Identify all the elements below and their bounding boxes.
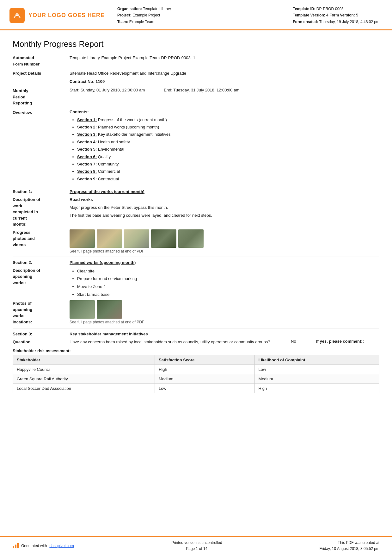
form-created-label: Form created: (293, 20, 318, 24)
divider1 (13, 186, 379, 186)
footer-logo (13, 543, 19, 548)
table-header-row: Stakeholder Satisfaction Score Likelihoo… (13, 355, 379, 365)
overview-label: Overview: (13, 109, 70, 183)
form-created-value: Thursday, 19 July 2018, 4:48:02 pm (319, 20, 379, 24)
meta-right: Template ID: DP-PROD-0003 Template Versi… (293, 6, 379, 25)
footer-print-line2: Page 1 of 14 (186, 546, 207, 551)
section2-text: Planned works (upcoming month) (97, 125, 159, 129)
org-value: Template Library (143, 7, 171, 11)
period-row: MonthlyPeriodReporting Start: Sunday, 01… (13, 88, 379, 106)
section9-link[interactable]: Section 9: (77, 177, 97, 181)
stakeholder-header: Stakeholder risk assessment: (13, 348, 379, 353)
section3-title: Key stakeholder management initiatives (70, 332, 379, 336)
project-details-label: Project Details (13, 70, 70, 84)
footer-print-line1: Printed version is uncontrolled (171, 540, 222, 545)
contract-no-value: 1109 (95, 79, 105, 84)
col-stakeholder: Stakeholder (13, 355, 155, 365)
section1-link[interactable]: Section 1: (77, 117, 97, 122)
section4-text: Health and safety (97, 140, 130, 144)
list-item: Section 9: Contractual (77, 175, 379, 183)
contract-no-label: Contract No: (70, 79, 95, 84)
progress-photos-row: Progressphotos andvideos See full page p… (13, 229, 379, 253)
project-details-area: Sitemate Head Office Redevelopment and I… (70, 70, 379, 84)
template-id-label: Template ID: (293, 7, 315, 11)
section7-link[interactable]: Section 7: (77, 162, 97, 166)
page: YOUR LOGO GOES HERE Organisation: Templa… (0, 0, 392, 555)
footer: Generated with dashpivot.com Printed ver… (0, 536, 392, 555)
footer-bars-icon (13, 543, 19, 548)
section5-link[interactable]: Section 5: (77, 147, 97, 152)
stakeholder-name-1: Happyville Council (13, 365, 155, 374)
photo-thumb-5 (178, 229, 204, 248)
likelihood-1: Low (254, 365, 379, 374)
logo-svg (12, 10, 22, 21)
progress-photos-label: Progressphotos andvideos (13, 229, 70, 253)
project-label: Project: (117, 13, 132, 17)
section3-text: Key stakeholder management initiatives (97, 132, 170, 137)
section5-text: Environmental (97, 147, 124, 152)
section1-text: Progress of the works (current month) (97, 117, 167, 122)
footer-center: Printed version is uncontrolled Page 1 o… (171, 540, 222, 552)
progress-photos-value: See full page photos attached at end of … (70, 229, 379, 253)
automated-form-row: AutomatedForm Number Template Library-Ex… (13, 55, 379, 67)
footer-link[interactable]: dashpivot.com (49, 544, 74, 548)
section3-link[interactable]: Section 3: (77, 132, 97, 137)
list-item: Section 8: Commercial (77, 168, 379, 175)
contents-title: Contents: (70, 109, 379, 114)
question-row: Question Have any concerns been raised b… (13, 339, 379, 345)
work-desc-label: Description ofworkcompleted incurrentmon… (13, 196, 70, 228)
section3-label: Section 3: (13, 332, 70, 336)
section9-text: Contractual (97, 177, 119, 181)
question-label: Question (13, 339, 70, 345)
bar2 (15, 545, 16, 548)
logo-text: YOUR LOGO GOES HERE (28, 12, 105, 19)
section2-row: Section 2: Planned works (upcoming month… (13, 260, 379, 265)
upcoming-item-4: Start tarmac base (77, 292, 110, 297)
team-value: Example Team (129, 20, 154, 24)
footer-pdf-line1: This PDF was created at (338, 540, 379, 545)
upcoming-photos-label: Photos ofupcomingworkslocations: (13, 300, 70, 325)
divider2 (13, 257, 379, 257)
period-start: Start: Sunday, 01 July 2018, 12:00:00 am (70, 88, 145, 106)
satisfaction-1: High (155, 365, 255, 374)
period-label: MonthlyPeriodReporting (13, 88, 70, 106)
upcoming-photos-row: Photos ofupcomingworkslocations: See ful… (13, 300, 379, 325)
section4-link[interactable]: Section 4: (77, 140, 97, 144)
stakeholder-table: Stakeholder Satisfaction Score Likelihoo… (13, 355, 379, 393)
list-item: Section 6: Quality (77, 153, 379, 160)
upcoming-photo-strip (70, 300, 379, 319)
section1-title: Progress of the works (current month) (70, 189, 379, 194)
work-desc2: The first the base and wearing courses w… (70, 212, 379, 219)
list-item: Section 5: Environmental (77, 146, 379, 153)
upcoming-item-1: Clear site (77, 269, 95, 273)
svg-point-0 (15, 13, 19, 16)
list-item: Section 1: Progress of the works (curren… (77, 116, 379, 123)
list-item: Section 3: Key stakeholder management in… (77, 131, 379, 138)
divider3 (13, 328, 379, 328)
progress-photos-note: See full page photos attached at end of … (70, 249, 379, 253)
bar3 (17, 543, 19, 548)
section6-text: Quality (97, 154, 111, 159)
work-desc-value: Road works Major progress on the Peter S… (70, 196, 379, 228)
section2-label: Section 2: (13, 260, 70, 265)
header-meta: Organisation: Template Library Project: … (105, 6, 379, 25)
automated-form-value: Template Library-Example Project-Example… (70, 55, 379, 67)
report-title: Monthly Progress Report (13, 39, 379, 49)
stakeholder-name-3: Local Soccer Dad Association (13, 384, 155, 393)
template-id-value: DP-PROD-0003 (316, 7, 344, 11)
section1-label: Section 1: (13, 189, 70, 194)
section8-link[interactable]: Section 8: (77, 169, 97, 174)
section6-link[interactable]: Section 6: (77, 154, 97, 159)
upcoming-photos-value: See full page photos attached at end of … (70, 300, 379, 325)
photo-thumb-2 (97, 229, 122, 248)
section2-link[interactable]: Section 2: (77, 125, 97, 129)
list-item: Move to Zone 4 (77, 283, 379, 291)
overview-value: Contents: Section 1: Progress of the wor… (70, 109, 379, 183)
work-type: Road works (70, 197, 93, 202)
question-comment: If yes, please comment:: (316, 339, 379, 345)
list-item: Prepare for road service marking (77, 275, 379, 283)
table-row: Green Square Rail Authority Medium Mediu… (13, 374, 379, 384)
footer-pdf-line2: Friday, 10 August 2018, 8:05:52 pm (320, 546, 379, 551)
main-content: Monthly Progress Report AutomatedForm Nu… (0, 30, 392, 535)
section3-row: Section 3: Key stakeholder management in… (13, 332, 379, 336)
